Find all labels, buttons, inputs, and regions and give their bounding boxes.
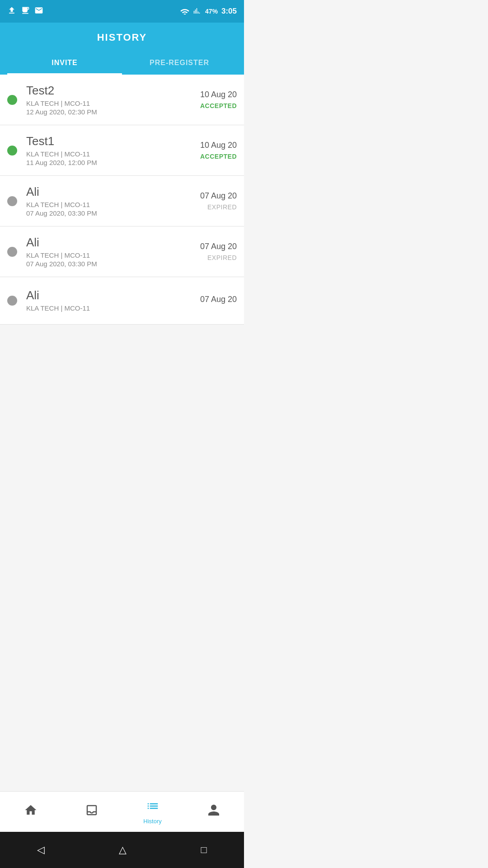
item-date-right: 10 Aug 20 [183,141,237,150]
status-bar-left [7,6,43,17]
history-nav-label: History [143,818,161,825]
status-bar-right: 47% 3:05 [180,7,237,16]
page-title: HISTORY [7,32,237,43]
app-header: HISTORY INVITE PRE-REGISTER [0,23,244,75]
item-info: Test1 KLA TECH | MCO-11 11 Aug 2020, 12:… [26,134,183,166]
item-info: Ali KLA TECH | MCO-11 07 Aug 2020, 03:30… [26,236,183,268]
android-nav-bar: ◁ △ □ [0,832,244,868]
tab-preregister[interactable]: PRE-REGISTER [122,52,237,75]
item-status: EXPIRED [183,203,237,211]
item-name: Ali [26,236,183,250]
tab-invite[interactable]: INVITE [7,52,122,75]
status-dot [7,146,17,156]
item-info: Ali KLA TECH | MCO-11 07 Aug 2020, 03:30… [26,185,183,217]
nav-inbox[interactable] [61,803,122,820]
list-item[interactable]: Ali KLA TECH | MCO-11 07 Aug 20 [0,277,244,325]
item-company: KLA TECH | MCO-11 [26,99,183,107]
status-dot [7,247,17,257]
list-item[interactable]: Test2 KLA TECH | MCO-11 12 Aug 2020, 02:… [0,75,244,125]
nav-history[interactable]: History [122,799,183,825]
item-company: KLA TECH | MCO-11 [26,150,183,158]
item-datetime: 11 Aug 2020, 12:00 PM [26,159,183,166]
item-right: 07 Aug 20 EXPIRED [183,242,237,261]
item-right: 07 Aug 20 [183,295,237,307]
item-date-right: 10 Aug 20 [183,90,237,99]
history-list-icon [146,799,160,816]
item-company: KLA TECH | MCO-11 [26,251,183,259]
item-status: ACCEPTED [183,153,237,160]
status-dot [7,95,17,105]
profile-icon [207,803,221,820]
item-datetime: 12 Aug 2020, 02:30 PM [26,108,183,116]
item-right: 10 Aug 20 ACCEPTED [183,90,237,109]
list-item[interactable]: Ali KLA TECH | MCO-11 07 Aug 2020, 03:30… [0,176,244,226]
item-date-right: 07 Aug 20 [183,295,237,304]
wifi-icon [180,7,190,16]
item-name: Ali [26,185,183,199]
history-list: Test2 KLA TECH | MCO-11 12 Aug 2020, 02:… [0,75,244,325]
item-company: KLA TECH | MCO-11 [26,201,183,208]
home-icon [24,803,38,820]
item-date-right: 07 Aug 20 [183,191,237,201]
back-button[interactable]: ◁ [37,844,45,856]
item-info: Ali KLA TECH | MCO-11 [26,288,183,313]
time-display: 3:05 [221,7,237,16]
item-name: Test1 [26,134,183,148]
item-info: Test2 KLA TECH | MCO-11 12 Aug 2020, 02:… [26,84,183,116]
item-date-right: 07 Aug 20 [183,242,237,251]
bottom-nav: History [0,791,244,832]
item-right: 07 Aug 20 EXPIRED [183,191,237,211]
item-company: KLA TECH | MCO-11 [26,304,183,312]
mail-icon [34,6,43,17]
tab-bar: INVITE PRE-REGISTER [7,52,237,75]
item-name: Ali [26,288,183,302]
upload-icon [7,6,16,17]
item-right: 10 Aug 20 ACCEPTED [183,141,237,160]
battery-icon: 47% [205,8,218,15]
status-dot [7,296,17,306]
list-item[interactable]: Ali KLA TECH | MCO-11 07 Aug 2020, 03:30… [0,226,244,277]
item-name: Test2 [26,84,183,98]
status-dot [7,196,17,206]
inbox-icon [85,803,99,820]
home-button[interactable]: △ [119,844,127,856]
item-datetime: 07 Aug 2020, 03:30 PM [26,209,183,217]
item-status: EXPIRED [183,254,237,261]
item-status: ACCEPTED [183,102,237,109]
nav-home[interactable] [0,803,61,820]
item-datetime: 07 Aug 2020, 03:30 PM [26,260,183,268]
nav-profile[interactable] [183,803,244,820]
list-item[interactable]: Test1 KLA TECH | MCO-11 11 Aug 2020, 12:… [0,125,244,176]
recents-button[interactable]: □ [201,844,207,856]
news-icon [21,6,30,17]
status-bar: 47% 3:05 [0,0,244,23]
signal-icon [193,7,202,16]
